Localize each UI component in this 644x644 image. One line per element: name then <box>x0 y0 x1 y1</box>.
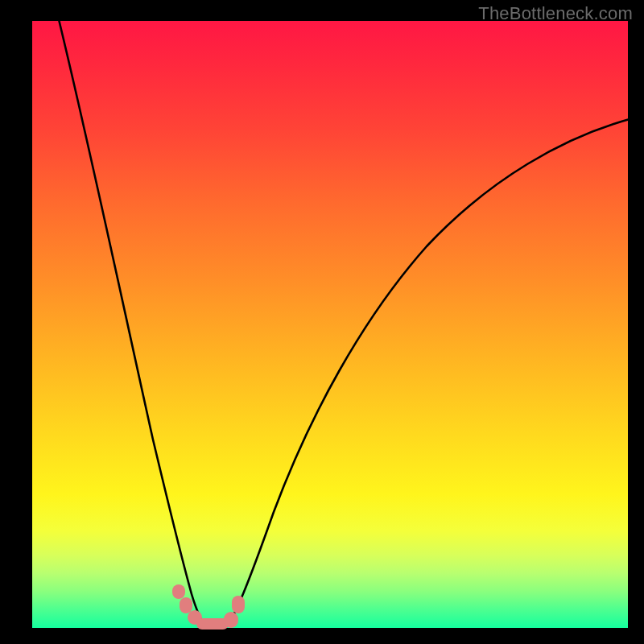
marker-blob <box>232 596 245 613</box>
plot-area <box>32 21 628 628</box>
right-branch-curve <box>225 119 630 628</box>
left-branch-curve <box>58 16 208 628</box>
marker-blob <box>172 584 185 599</box>
chart-frame: TheBottleneck.com <box>0 0 644 644</box>
curve-layer <box>32 21 628 628</box>
marker-blob <box>224 612 238 628</box>
